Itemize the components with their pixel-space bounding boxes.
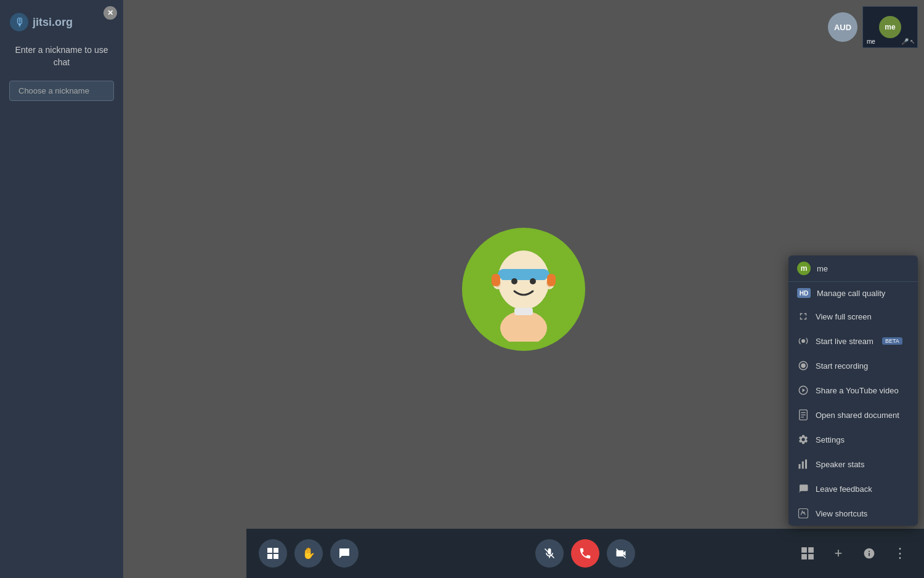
hangup-button[interactable] [571, 539, 599, 568]
grid-view-button[interactable] [796, 542, 819, 565]
choose-nickname-button[interactable]: Choose a nickname [9, 81, 114, 101]
svg-rect-14 [267, 548, 272, 553]
add-button[interactable]: + [827, 542, 850, 565]
stats-icon [797, 458, 809, 470]
menu-item-leave-feedback[interactable]: Leave feedback [788, 476, 918, 501]
sidebar-chat-message: Enter a nickname to use chat [9, 44, 114, 68]
fullscreen-icon [797, 310, 809, 323]
jitsi-logo-icon: 🎙 [9, 12, 29, 32]
svg-rect-23 [808, 554, 814, 560]
menu-item-share-youtube[interactable]: Share a YouTube video [788, 378, 918, 403]
beta-badge: BETA [882, 337, 902, 345]
sidebar-close-button[interactable]: ✕ [103, 6, 117, 20]
svg-rect-34 [802, 462, 804, 469]
svg-rect-3 [498, 269, 549, 280]
menu-item-view-shortcuts-label: View shortcuts [816, 509, 867, 518]
menu-item-open-shared-doc-label: Open shared document [816, 411, 899, 420]
me-thumbnail: me me 🎤 ↖ [862, 6, 918, 48]
svg-rect-7 [514, 308, 533, 315]
menu-item-start-recording[interactable]: Start recording [788, 353, 918, 378]
avatar-svg [474, 237, 573, 342]
stop-video-button[interactable] [607, 539, 635, 568]
menu-item-share-youtube-label: Share a YouTube video [816, 386, 899, 395]
record-icon [797, 359, 809, 372]
live-stream-icon [797, 335, 809, 347]
feedback-icon [797, 483, 809, 495]
svg-marker-28 [803, 388, 806, 392]
svg-rect-21 [808, 547, 814, 553]
menu-item-view-full-screen[interactable]: View full screen [788, 304, 918, 329]
svg-rect-16 [267, 554, 272, 559]
menu-item-view-shortcuts[interactable]: View shortcuts [788, 501, 918, 526]
mic-off-icon-small: 🎤 [901, 38, 909, 45]
center-avatar [462, 228, 585, 351]
raise-hand-button[interactable]: ✋ [294, 539, 323, 568]
svg-point-4 [511, 278, 517, 284]
main-video-area: AUD me me 🎤 ↖ [123, 0, 924, 578]
document-icon [797, 409, 809, 421]
youtube-icon [797, 384, 809, 396]
menu-item-start-live-stream-label: Start live stream [816, 337, 873, 346]
menu-item-speaker-stats[interactable]: Speaker stats [788, 452, 918, 476]
menu-item-view-full-screen-label: View full screen [816, 312, 872, 321]
bottom-toolbar: ✋ [246, 529, 924, 578]
toolbar-center [535, 539, 635, 568]
menu-item-manage-call-quality-label: Manage call quality [817, 289, 885, 298]
settings-icon [797, 433, 809, 446]
menu-item-settings-label: Settings [816, 435, 845, 444]
svg-rect-17 [274, 554, 278, 559]
menu-item-start-live-stream[interactable]: Start live stream BETA [788, 329, 918, 353]
more-actions-button[interactable]: ⋮ [888, 542, 912, 565]
menu-item-leave-feedback-label: Leave feedback [816, 484, 872, 494]
toolbar-right: + ⋮ [796, 542, 912, 565]
svg-rect-22 [801, 554, 807, 560]
menu-item-settings[interactable]: Settings [788, 427, 918, 452]
svg-rect-20 [801, 547, 807, 553]
aud-participant-badge: AUD [828, 12, 857, 42]
svg-text:🎙: 🎙 [14, 16, 25, 28]
menu-item-me[interactable]: m me [788, 255, 918, 281]
me-icons: 🎤 ↖ [901, 38, 915, 45]
chat-button[interactable] [330, 539, 359, 568]
svg-point-5 [530, 278, 536, 284]
sidebar: 🎙 jitsi.org Enter a nickname to use chat… [0, 0, 123, 578]
logo-text: jitsi.org [33, 16, 73, 29]
me-avatar-small: me [879, 16, 901, 38]
svg-rect-33 [799, 464, 801, 469]
logo: 🎙 jitsi.org [9, 12, 73, 32]
svg-rect-15 [274, 548, 278, 553]
svg-rect-12 [492, 274, 500, 286]
hd-icon: HD [797, 288, 811, 298]
more-actions-menu: m me HD Manage call quality View full sc… [788, 255, 918, 526]
me-menu-icon: m [797, 262, 811, 275]
menu-item-manage-call-quality[interactable]: HD Manage call quality [788, 282, 918, 304]
svg-point-6 [500, 311, 547, 342]
menu-item-me-label: me [817, 264, 828, 273]
cursor-icon-small: ↖ [910, 38, 915, 45]
mute-button[interactable] [535, 539, 564, 568]
svg-point-24 [801, 339, 805, 343]
shortcuts-icon [797, 507, 809, 520]
menu-item-start-recording-label: Start recording [816, 361, 868, 371]
tile-view-button[interactable] [259, 539, 287, 568]
me-label: me [867, 38, 875, 45]
menu-item-speaker-stats-label: Speaker stats [816, 460, 865, 469]
toolbar-left: ✋ [259, 539, 359, 568]
info-button[interactable] [857, 542, 881, 565]
top-right-controls: AUD me me 🎤 ↖ [828, 6, 918, 48]
svg-point-26 [801, 363, 806, 368]
menu-item-open-shared-doc[interactable]: Open shared document [788, 403, 918, 427]
svg-rect-35 [805, 460, 807, 469]
svg-rect-13 [547, 274, 556, 286]
